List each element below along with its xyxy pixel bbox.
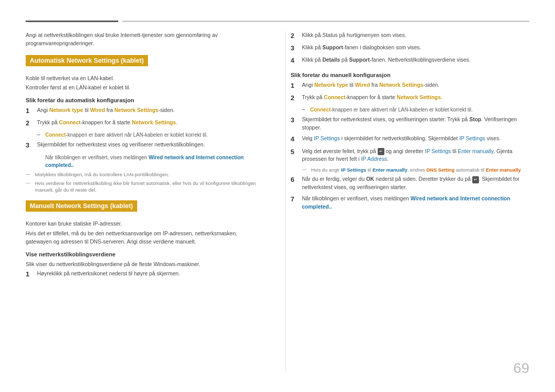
- right-s2-item-2: 2 Trykk på Connect-knappen for å starte …: [291, 94, 530, 103]
- item-text: Trykk på Connect-knappen for å starte Ne…: [37, 119, 265, 127]
- section1-heading: Automatisk Network Settings (kablet): [26, 55, 148, 66]
- right-item-3: 3 Klikk på Support-fanen i dialogboksen …: [291, 44, 530, 53]
- section1-line2: Kontroller først at en LAN-kabel er kobl…: [26, 84, 265, 92]
- section1-line1: Koble til nettverket via en LAN-kabel.: [26, 74, 265, 83]
- item-text: Velg det øverste feltet, trykk på ↵ og a…: [302, 147, 530, 164]
- item-number: 2: [26, 119, 33, 128]
- item-number: 2: [291, 31, 298, 41]
- section2-line2: Hvis det er tilfellet, må du be den nett…: [26, 230, 265, 246]
- dash-text: Når tilkoblingen er verifisert, vises me…: [45, 154, 265, 169]
- note-dash: —: [302, 167, 308, 172]
- item-number: 3: [291, 44, 298, 53]
- item-number: 3: [26, 141, 33, 150]
- section2-subheading: Vise nettverkstilkoblingsverdiene: [26, 251, 265, 257]
- right-s2-item-7: 7 Når tilkoblingen er verifisert, vises …: [291, 195, 530, 211]
- right-item-4: 4 Klikk på Details på Support-fanen. Net…: [291, 56, 530, 65]
- section1-heading-block: Automatisk Network Settings (kablet): [26, 55, 265, 70]
- item-text: Klikk på Support-fanen i dialogboksen so…: [302, 44, 530, 52]
- line-light: [122, 21, 529, 22]
- dash-text: Connect-knappen er bare aktivert når LAN…: [310, 106, 530, 114]
- item-number: 1: [26, 106, 33, 116]
- section2-line1: Kontorer kan bruke statiske IP-adresser.: [26, 220, 265, 228]
- section2-heading-block: Manuelt Network Settings (kablet): [26, 200, 265, 216]
- right-s2-item-1: 1 Angi Network type til Wired fra Networ…: [291, 81, 530, 90]
- item-text: Skjermbildet for nettverkstest vises og …: [37, 141, 265, 149]
- right-subheading: Slik foretar du manuell konfigurasjon: [291, 72, 530, 78]
- note-dash: —: [26, 180, 32, 185]
- note-text: Mislykkes tilkoblingen, må du kontroller…: [35, 171, 265, 178]
- right-s2-item-5: 5 Velg det øverste feltet, trykk på ↵ og…: [291, 147, 530, 164]
- item-text: Klikk på Details på Support-fanen. Nettv…: [302, 56, 530, 64]
- dash-item-1: – Connect-knappen er bare aktivert når L…: [37, 131, 265, 139]
- right-note-1: — Hvis du angir IP Settings til Enter ma…: [302, 166, 530, 173]
- dash-item-2: Når tilkoblingen er verifisert, vises me…: [37, 154, 265, 169]
- item-text: Trykk på Connect-knappen for å starte Ne…: [302, 94, 530, 102]
- left-item-2: 2 Trykk på Connect-knappen for å starte …: [26, 119, 265, 128]
- right-column: 2 Klikk på Status på hurtigmenyen som vi…: [285, 31, 530, 371]
- item-number: 7: [291, 195, 298, 204]
- item-number: 2: [291, 94, 298, 103]
- left-s2-item-1: 1 Høyreklikk på nettverksikonet nederst …: [26, 270, 265, 279]
- note-dash: —: [26, 172, 32, 177]
- left-item-3: 3 Skjermbildet for nettverkstest vises o…: [26, 141, 265, 150]
- content-area: Angi at nettverkstilkoblingen skal bruke…: [26, 31, 529, 371]
- item-number: 5: [291, 147, 298, 157]
- right-s2-item-3: 3 Skjermbildet for nettverkstest vises, …: [291, 116, 530, 132]
- item-text: Når du er ferdig, velger du OK nederst p…: [302, 175, 530, 192]
- note-1: — Mislykkes tilkoblingen, må du kontroll…: [26, 171, 265, 178]
- item-text: Velg IP Settings i skjermbildet for nett…: [302, 135, 530, 143]
- item-number: 4: [291, 56, 298, 65]
- item-text: Klikk på Status på hurtigmenyen som vise…: [302, 31, 530, 40]
- section1-subheading: Slik foretar du automatisk konfigurasjon: [26, 97, 265, 103]
- item-number: 1: [26, 270, 33, 279]
- item-text: Angi Network type til Wired fra Network …: [37, 106, 265, 115]
- item-number: 1: [291, 81, 298, 90]
- item-text: Når tilkoblingen er verifisert, vises me…: [302, 195, 530, 211]
- dash-symbol: –: [37, 131, 42, 137]
- item-number: 6: [291, 175, 298, 184]
- left-item-1: 1 Angi Network type til Wired fra Networ…: [26, 106, 265, 116]
- item-text: Angi Network type til Wired fra Network …: [302, 81, 530, 89]
- line-dark: [26, 21, 118, 22]
- left-column: Angi at nettverkstilkoblingen skal bruke…: [26, 31, 270, 371]
- right-s2-item-6: 6 Når du er ferdig, velger du OK nederst…: [291, 175, 530, 192]
- item-text: Høyreklikk på nettverksikonet nederst ti…: [37, 270, 265, 278]
- section2-subtext: Slik viser du nettverkstilkoblingsverdie…: [26, 260, 265, 269]
- item-number: 3: [291, 116, 298, 125]
- page: Angi at nettverkstilkoblingen skal bruke…: [0, 0, 555, 392]
- right-dash-1: – Connect-knappen er bare aktivert når L…: [302, 106, 530, 114]
- item-number: 4: [291, 135, 298, 144]
- item-text: Skjermbildet for nettverkstest vises, og…: [302, 116, 530, 132]
- page-number: 69: [513, 360, 529, 377]
- section2-heading: Manuelt Network Settings (kablet): [26, 200, 137, 212]
- note-2: — Hvis verdiene for nettverkstilkobling …: [26, 180, 265, 194]
- intro-text: Angi at nettverkstilkoblingen skal bruke…: [26, 31, 265, 48]
- right-item-2: 2 Klikk på Status på hurtigmenyen som vi…: [291, 31, 530, 41]
- right-s2-item-4: 4 Velg IP Settings i skjermbildet for ne…: [291, 135, 530, 144]
- note-text: Hvis du angir IP Settings til Enter manu…: [311, 166, 530, 173]
- dash-symbol: –: [302, 106, 307, 112]
- dash-text: Connect-knappen er bare aktivert når LAN…: [45, 131, 265, 139]
- top-decoration: [26, 21, 529, 22]
- note-text: Hvis verdiene for nettverkstilkobling ik…: [35, 180, 265, 194]
